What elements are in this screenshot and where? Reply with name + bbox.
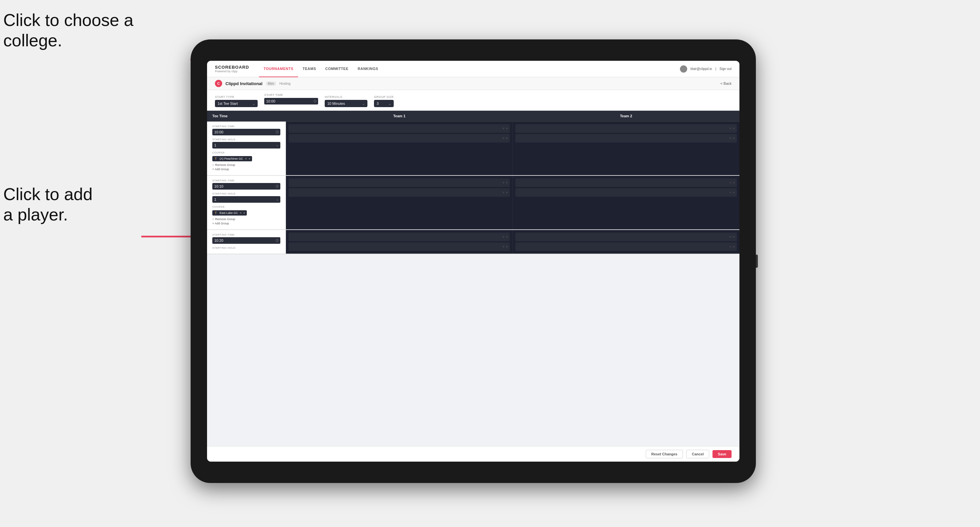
player-arrow-icon-3-1[interactable]: ▾: [506, 181, 508, 184]
player-arrow-icon-1-1[interactable]: ▾: [506, 127, 508, 130]
team2-cell-2: ✕ ▾ ✕ ▾: [513, 176, 740, 229]
col-team2: Team 2: [513, 111, 740, 121]
player-row-6-1[interactable]: ✕ ▾: [515, 233, 737, 241]
team1-cell-1: ✕ ▾ ✕ ▾: [286, 122, 513, 175]
player-x-icon-1-2[interactable]: ✕: [502, 137, 505, 140]
group-row-3: STARTING TIME: ⓘ STARTING HOLE: ✕ ▾ ✕ ▾: [207, 230, 740, 254]
cancel-button[interactable]: Cancel: [686, 450, 709, 458]
course-tag-icon-1: 🏌: [214, 157, 218, 160]
footer-bar: Reset Changes Cancel Save: [207, 446, 740, 462]
player-arrow-icon-4-2[interactable]: ▾: [733, 191, 735, 194]
player-x-icon-2-1[interactable]: ✕: [729, 127, 732, 130]
player-row-4-1[interactable]: ✕ ▾: [515, 178, 737, 187]
player-row-2-1[interactable]: ✕ ▾: [515, 124, 737, 133]
player-arrow-icon-1-2[interactable]: ▾: [506, 137, 508, 140]
col-team1: Team 1: [286, 111, 513, 121]
player-row-1-1[interactable]: ✕ ▾: [288, 124, 510, 133]
team1-cell-2: ✕ ▾ ✕ ▾: [286, 176, 513, 229]
player-arrow-icon-5-1[interactable]: ▾: [506, 235, 508, 238]
player-arrow-icon-6-2[interactable]: ▾: [733, 245, 735, 248]
player-arrow-icon-2-2[interactable]: ▾: [733, 137, 735, 140]
brand-sub: Powered by clipp: [215, 70, 249, 73]
starting-time-input-2[interactable]: [212, 183, 280, 190]
player-x-icon-1-1[interactable]: ✕: [502, 127, 505, 130]
intervals-wrapper: 10 Minutes: [325, 100, 368, 107]
player-arrow-icon-6-1[interactable]: ▾: [733, 235, 735, 238]
group-size-label: Group Size: [374, 95, 394, 98]
course-arrow-icon-1[interactable]: ▾: [249, 157, 250, 160]
course-name-2: East Lake GC: [220, 211, 238, 214]
add-group-link-1[interactable]: + Add Group: [212, 168, 280, 171]
nav-link-committee[interactable]: COMMITTEE: [321, 61, 353, 77]
player-x-icon-3-1[interactable]: ✕: [502, 181, 505, 184]
gender-badge: Men: [266, 81, 276, 86]
course-tag-1[interactable]: 🏌 (A) Peachtree GC ✕ ▾: [212, 156, 252, 161]
player-x-icon-6-1[interactable]: ✕: [729, 235, 732, 238]
annotation-choose-college: Click to choose a college.: [3, 10, 134, 51]
starting-time-input-1[interactable]: [212, 129, 280, 135]
nav-link-teams[interactable]: TEAMS: [298, 61, 321, 77]
starting-time-input-3[interactable]: [212, 237, 280, 244]
player-arrow-icon-4-1[interactable]: ▾: [733, 181, 735, 184]
player-x-icon-4-1[interactable]: ✕: [729, 181, 732, 184]
starting-hole-label-3: STARTING HOLE:: [212, 246, 280, 249]
sub-header-left: C Clippd Invitational Men Hosting: [215, 80, 291, 87]
player-x-icon-3-2[interactable]: ✕: [502, 191, 505, 194]
course-name-1: (A) Peachtree GC: [220, 157, 243, 160]
nav-links: TOURNAMENTS TEAMS COMMITTEE RANKINGS: [259, 61, 680, 77]
player-arrow-icon-3-2[interactable]: ▾: [506, 191, 508, 194]
player-x-icon-6-2[interactable]: ✕: [729, 245, 732, 248]
start-type-group: Start Type 1st Tee Start: [215, 95, 258, 107]
annotation-add-player: Click to add a player.: [3, 184, 93, 225]
group-row-1: STARTING TIME: ⓘ STARTING HOLE: 1 COURSE…: [207, 122, 740, 176]
player-arrow-icon-5-2[interactable]: ▾: [506, 245, 508, 248]
group-size-select[interactable]: 3: [374, 100, 394, 107]
player-x-icon-5-2[interactable]: ✕: [502, 245, 505, 248]
player-row-2-2[interactable]: ✕ ▾: [515, 134, 737, 143]
start-type-label: Start Type: [215, 95, 258, 98]
brand-title: SCOREBOARD: [215, 65, 249, 70]
player-arrow-icon-2-1[interactable]: ▾: [733, 127, 735, 130]
back-link[interactable]: < Back: [721, 81, 732, 86]
course-remove-icon-1[interactable]: ✕: [245, 157, 247, 160]
player-row-5-1[interactable]: ✕ ▾: [288, 233, 510, 241]
nav-bar: SCOREBOARD Powered by clipp TOURNAMENTS …: [207, 61, 740, 77]
left-panel-3: STARTING TIME: ⓘ STARTING HOLE:: [207, 230, 286, 254]
tablet-device: SCOREBOARD Powered by clipp TOURNAMENTS …: [191, 40, 756, 483]
player-x-icon-4-2[interactable]: ✕: [729, 191, 732, 194]
player-row-5-2[interactable]: ✕ ▾: [288, 243, 510, 251]
start-time-wrapper: ⓘ: [264, 98, 318, 105]
course-remove-icon-2[interactable]: ✕: [240, 211, 242, 214]
course-tag-2[interactable]: 🏌 East Lake GC ✕ ▾: [212, 210, 247, 216]
sub-header-logo: C: [215, 80, 222, 87]
player-row-1-2[interactable]: ✕ ▾: [288, 134, 510, 143]
starting-time-input-wrapper-2: ⓘ: [212, 183, 280, 190]
start-time-input[interactable]: [264, 98, 318, 105]
group-size-group: Group Size 3: [374, 95, 394, 107]
hole-select-2[interactable]: 1: [212, 196, 280, 203]
player-row-6-2[interactable]: ✕ ▾: [515, 243, 737, 251]
remove-group-link-1[interactable]: ○ Remove Group: [212, 163, 280, 167]
sign-out-link[interactable]: Sign out: [719, 67, 732, 71]
nav-link-rankings[interactable]: RANKINGS: [353, 61, 383, 77]
col-tee-time: Tee Time: [207, 111, 286, 121]
add-group-link-2[interactable]: + Add Group: [212, 222, 280, 225]
reset-changes-button[interactable]: Reset Changes: [646, 450, 683, 458]
player-row-3-2[interactable]: ✕ ▾: [288, 188, 510, 197]
start-type-select[interactable]: 1st Tee Start: [215, 100, 258, 107]
tablet-screen: SCOREBOARD Powered by clipp TOURNAMENTS …: [207, 61, 740, 462]
player-x-icon-2-2[interactable]: ✕: [729, 137, 732, 140]
save-button[interactable]: Save: [713, 450, 732, 458]
player-row-4-2[interactable]: ✕ ▾: [515, 188, 737, 197]
time-info-icon-2: ⓘ: [276, 184, 279, 189]
player-x-icon-5-1[interactable]: ✕: [502, 235, 505, 238]
intervals-label: Intervals: [325, 95, 368, 98]
hole-select-1[interactable]: 1: [212, 142, 280, 149]
player-row-3-1[interactable]: ✕ ▾: [288, 178, 510, 187]
course-arrow-icon-2[interactable]: ▾: [243, 211, 245, 214]
nav-link-tournaments[interactable]: TOURNAMENTS: [259, 61, 298, 77]
intervals-select[interactable]: 10 Minutes: [325, 100, 368, 107]
tournament-title: Clippd Invitational: [226, 81, 262, 86]
remove-group-link-2[interactable]: ○ Remove Group: [212, 217, 280, 221]
user-email: blair@clippd.io: [690, 67, 712, 71]
